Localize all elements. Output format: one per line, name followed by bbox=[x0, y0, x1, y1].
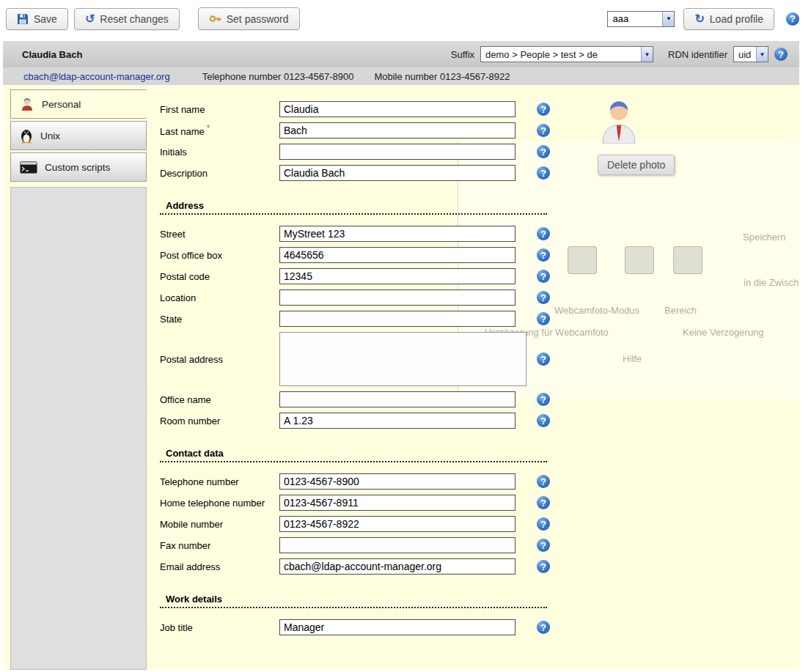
room-number-input[interactable] bbox=[279, 413, 515, 429]
help-icon[interactable] bbox=[537, 496, 550, 509]
tux-penguin-icon bbox=[20, 128, 33, 144]
help-icon[interactable] bbox=[537, 475, 550, 488]
help-icon[interactable] bbox=[537, 145, 550, 158]
help-icon[interactable] bbox=[786, 12, 799, 26]
reset-changes-button[interactable]: ↺ Reset changes bbox=[74, 8, 180, 30]
help-icon[interactable] bbox=[537, 517, 550, 531]
main-toolbar: Save ↺ Reset changes Set password aaa ▼ … bbox=[0, 0, 811, 37]
profile-select[interactable]: aaa ▼ bbox=[607, 11, 675, 27]
rdn-identifier-label: RDN identifier bbox=[668, 49, 727, 60]
form-row: Home telephone number bbox=[160, 495, 559, 511]
last-name-label: Last name* bbox=[160, 123, 279, 137]
tab-custom-scripts[interactable]: Custom scripts bbox=[10, 152, 147, 182]
set-password-button[interactable]: Set password bbox=[198, 7, 300, 30]
help-icon[interactable] bbox=[537, 539, 550, 552]
help-icon[interactable] bbox=[537, 270, 550, 283]
personal-form: First name Last name* Initials Descripti… bbox=[160, 101, 559, 640]
form-row: Telephone number bbox=[160, 473, 559, 490]
postal-address-label: Postal address bbox=[160, 354, 279, 365]
street-input[interactable] bbox=[279, 226, 515, 242]
help-icon[interactable] bbox=[774, 48, 788, 61]
ghost-text: Bereich bbox=[664, 305, 697, 316]
account-name: Claudia Bach bbox=[22, 49, 82, 60]
last-name-input[interactable] bbox=[279, 122, 515, 139]
help-icon[interactable] bbox=[537, 166, 550, 180]
street-label: Street bbox=[160, 229, 279, 240]
help-icon[interactable] bbox=[537, 621, 550, 634]
section-heading-address: Address bbox=[160, 200, 547, 215]
mobile-number-label: Mobile number bbox=[160, 519, 279, 530]
description-input[interactable] bbox=[279, 165, 515, 181]
post-office-box-label: Post office box bbox=[160, 250, 279, 261]
form-row: Location bbox=[160, 289, 559, 306]
help-icon[interactable] bbox=[537, 560, 550, 573]
postal-code-input[interactable] bbox=[279, 268, 515, 284]
mobile-number-input[interactable] bbox=[279, 516, 515, 532]
fax-number-label: Fax number bbox=[160, 540, 279, 551]
key-icon bbox=[209, 12, 221, 25]
location-input[interactable] bbox=[279, 289, 515, 306]
form-row: State bbox=[160, 311, 559, 327]
form-row: Postal address bbox=[160, 332, 559, 386]
help-icon[interactable] bbox=[537, 103, 550, 116]
tab-personal-label: Personal bbox=[42, 99, 81, 110]
header-telephone: Telephone number 0123-4567-8900 bbox=[202, 71, 354, 82]
home-telephone-input[interactable] bbox=[279, 495, 515, 511]
save-button[interactable]: Save bbox=[6, 8, 68, 30]
profile-select-value: aaa bbox=[608, 12, 662, 26]
help-icon[interactable] bbox=[537, 312, 550, 325]
ghost-text: Webcamfoto-Modus bbox=[554, 305, 639, 316]
home-telephone-label: Home telephone number bbox=[160, 498, 279, 509]
load-profile-button[interactable]: ↻ Load profile bbox=[683, 8, 774, 30]
location-label: Location bbox=[160, 292, 279, 303]
reset-icon: ↺ bbox=[85, 14, 95, 24]
first-name-input[interactable] bbox=[279, 101, 515, 117]
module-tabs-sidebar: Personal Unix bbox=[10, 89, 147, 670]
form-row: Room number bbox=[160, 413, 559, 429]
account-header-row1: Claudia Bach Suffix demo > People > test… bbox=[3, 41, 799, 67]
email-address-label: Email address bbox=[160, 561, 279, 572]
form-row: Fax number bbox=[160, 537, 559, 553]
sidebar-background bbox=[10, 187, 147, 670]
email-link[interactable]: cbach@ldap-account-manager.org bbox=[23, 71, 170, 82]
tab-personal[interactable]: Personal bbox=[10, 89, 147, 119]
ghost-text: Keine Verzögerung bbox=[683, 327, 764, 338]
help-icon[interactable] bbox=[537, 352, 550, 366]
help-icon[interactable] bbox=[537, 248, 550, 262]
user-photo bbox=[600, 100, 638, 146]
main-content: Speichern in die Zwischenablage Webcamfo… bbox=[3, 85, 799, 670]
office-name-input[interactable] bbox=[279, 391, 515, 407]
help-icon[interactable] bbox=[537, 414, 550, 427]
section-heading-contact: Contact data bbox=[160, 448, 547, 462]
state-input[interactable] bbox=[279, 311, 515, 327]
tab-unix[interactable]: Unix bbox=[10, 121, 147, 150]
initials-input[interactable] bbox=[279, 144, 515, 160]
ghost-text: in die Zwischenablage bbox=[744, 277, 799, 288]
job-title-input[interactable] bbox=[279, 619, 515, 635]
ghost-thumbnail bbox=[625, 246, 654, 274]
form-row: Job title bbox=[160, 619, 559, 635]
account-header-row2: cbach@ldap-account-manager.org Telephone… bbox=[3, 67, 799, 85]
suffix-select[interactable]: demo > People > test > de ▼ bbox=[480, 46, 653, 62]
fax-number-input[interactable] bbox=[279, 537, 515, 553]
rdn-select[interactable]: uid ▼ bbox=[733, 46, 768, 62]
form-row: Mobile number bbox=[160, 516, 559, 532]
required-marker: * bbox=[207, 123, 210, 133]
postal-address-textarea[interactable] bbox=[279, 332, 526, 386]
help-icon[interactable] bbox=[537, 124, 550, 137]
post-office-box-input[interactable] bbox=[279, 247, 515, 263]
form-row: First name bbox=[160, 101, 559, 117]
delete-photo-button[interactable]: Delete photo bbox=[598, 155, 675, 175]
rdn-select-value: uid bbox=[734, 47, 756, 62]
telephone-label: Telephone number bbox=[160, 476, 279, 487]
first-name-label: First name bbox=[160, 104, 279, 115]
telephone-input[interactable] bbox=[279, 473, 515, 490]
dropdown-arrow-icon: ▼ bbox=[662, 12, 674, 26]
help-icon[interactable] bbox=[537, 291, 550, 304]
ghost-thumbnail bbox=[673, 246, 702, 274]
load-profile-icon: ↻ bbox=[694, 14, 704, 24]
initials-label: Initials bbox=[160, 147, 279, 158]
email-address-input[interactable] bbox=[279, 558, 515, 575]
help-icon[interactable] bbox=[537, 227, 550, 240]
help-icon[interactable] bbox=[537, 393, 550, 406]
